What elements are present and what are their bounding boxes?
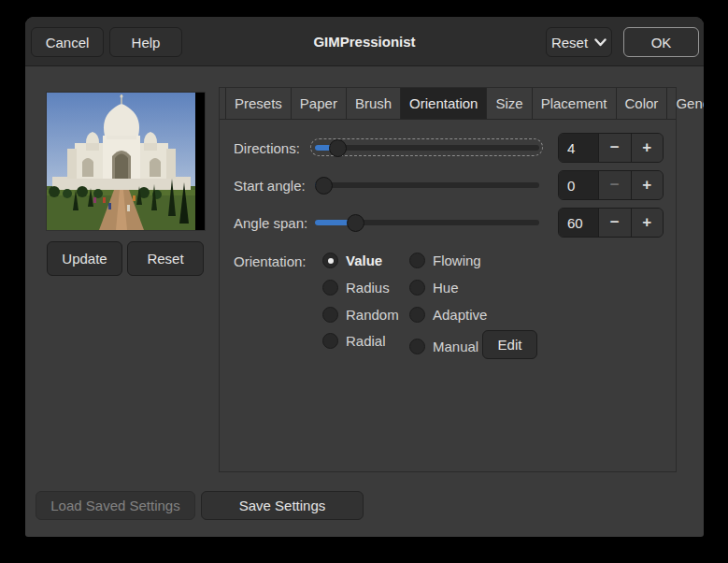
radio-adaptive[interactable]: Adaptive <box>409 307 487 323</box>
help-button[interactable]: Help <box>109 27 182 57</box>
load-saved-settings-button[interactable]: Load Saved Settings <box>36 491 195 520</box>
radio-manual[interactable]: Manual <box>409 339 478 354</box>
radio-flowing[interactable]: Flowing <box>409 253 481 268</box>
radio-flowing-label: Flowing <box>433 253 481 268</box>
reset-menu-label: Reset <box>551 35 588 51</box>
angle-span-minus-button[interactable]: − <box>598 209 631 237</box>
directions-spinbutton: − + <box>558 133 664 163</box>
radio-circle[interactable] <box>409 339 425 354</box>
start-angle-minus-button[interactable]: − <box>598 171 631 199</box>
slider-thumb[interactable] <box>315 177 333 195</box>
tab-presets[interactable]: Presets <box>225 88 292 119</box>
radio-value[interactable]: Value <box>322 253 382 268</box>
start-angle-plus-button[interactable]: + <box>631 171 664 199</box>
gimpressionist-dialog: Cancel Help GIMPressionist Reset OK <box>25 17 704 537</box>
angle-span-spinbutton: − + <box>558 208 664 238</box>
cancel-button[interactable]: Cancel <box>31 27 104 57</box>
chevron-down-icon <box>594 38 607 47</box>
titlebar[interactable]: Cancel Help GIMPressionist Reset OK <box>25 17 704 66</box>
slider-track[interactable] <box>315 145 539 151</box>
preview-reset-button[interactable]: Reset <box>127 241 204 276</box>
orientation-label: Orientation: <box>234 253 307 269</box>
slider-track[interactable] <box>315 182 539 188</box>
start-angle-label: Start angle: <box>234 178 306 194</box>
directions-plus-button[interactable]: + <box>631 134 664 162</box>
angle-span-input[interactable] <box>559 209 598 237</box>
radio-circle[interactable] <box>322 253 338 268</box>
tab-brush[interactable]: Brush <box>347 88 401 119</box>
radio-random[interactable]: Random <box>322 307 399 323</box>
radio-radial[interactable]: Radial <box>322 333 386 349</box>
radio-circle[interactable] <box>409 307 425 323</box>
slider-thumb[interactable] <box>329 139 347 157</box>
directions-label: Directions: <box>234 140 300 156</box>
radio-circle[interactable] <box>322 307 338 323</box>
radio-circle[interactable] <box>409 280 425 296</box>
radio-circle[interactable] <box>322 333 338 349</box>
start-angle-slider[interactable] <box>315 176 539 195</box>
tab-orientation[interactable]: Orientation <box>401 88 487 119</box>
taj-mahal-preview-image <box>47 93 195 230</box>
update-button[interactable]: Update <box>47 241 122 276</box>
angle-span-slider[interactable] <box>315 213 539 232</box>
angle-span-plus-button[interactable]: + <box>631 209 664 237</box>
save-settings-button[interactable]: Save Settings <box>201 491 364 520</box>
tab-placement[interactable]: Placement <box>533 88 617 119</box>
directions-slider[interactable] <box>315 138 539 157</box>
radio-value-label: Value <box>346 253 382 268</box>
radio-circle[interactable] <box>409 253 425 268</box>
radio-manual-label: Manual <box>433 339 478 354</box>
radio-circle[interactable] <box>322 280 338 296</box>
radio-radius-label: Radius <box>346 280 390 296</box>
tab-color[interactable]: Color <box>617 88 668 119</box>
tab-paper[interactable]: Paper <box>292 88 347 119</box>
radio-hue-label: Hue <box>433 280 459 296</box>
radio-radius[interactable]: Radius <box>322 280 390 296</box>
preview-frame <box>46 92 206 231</box>
reset-menu-button[interactable]: Reset <box>546 27 612 57</box>
screen: Cancel Help GIMPressionist Reset OK <box>0 0 728 563</box>
radio-random-label: Random <box>346 307 399 323</box>
ok-button[interactable]: OK <box>623 27 699 57</box>
directions-input[interactable] <box>559 134 598 162</box>
start-angle-spinbutton: − + <box>558 170 664 200</box>
radio-radial-label: Radial <box>346 333 386 349</box>
angle-span-label: Angle span: <box>234 215 307 231</box>
tab-strip: Presets Paper Brush Orientation Size Pla… <box>220 88 676 120</box>
tab-size[interactable]: Size <box>487 88 532 119</box>
tab-general[interactable]: General <box>667 88 704 119</box>
radio-adaptive-label: Adaptive <box>433 307 487 323</box>
edit-button[interactable]: Edit <box>482 330 537 359</box>
radio-hue[interactable]: Hue <box>409 280 459 296</box>
directions-minus-button[interactable]: − <box>598 134 631 162</box>
slider-thumb[interactable] <box>347 214 364 232</box>
start-angle-input[interactable] <box>559 171 598 199</box>
